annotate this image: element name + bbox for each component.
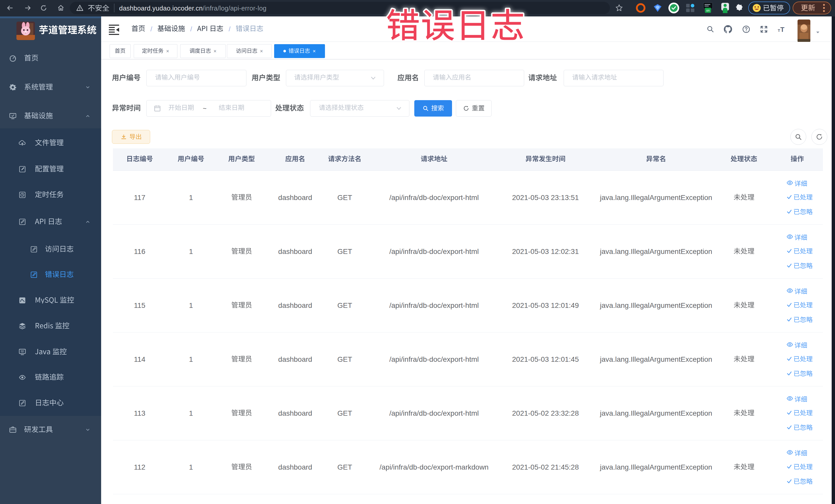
svg-text:T: T [778, 28, 780, 33]
svg-text:T: T [780, 26, 785, 33]
svg-text:on: on [706, 9, 710, 12]
